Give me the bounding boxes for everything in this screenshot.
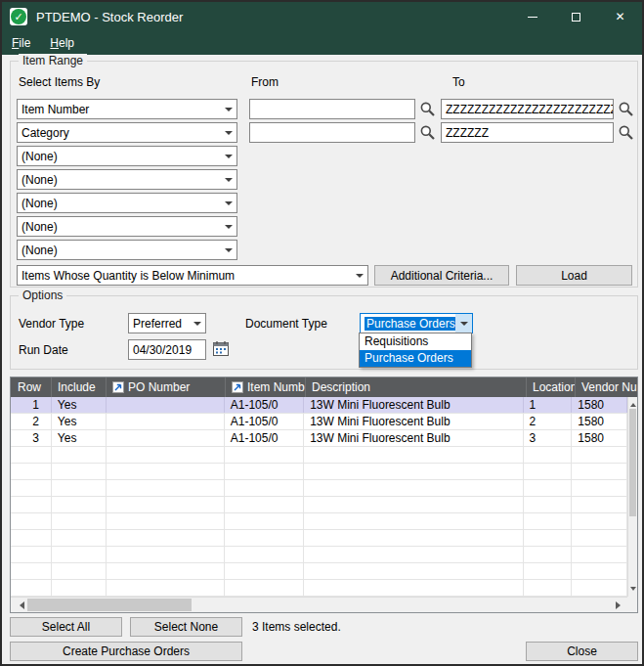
options-group: Options Vendor Type Preferred Document T… — [10, 295, 638, 370]
chevron-down-icon — [189, 314, 205, 333]
finder-icon-to-1[interactable] — [618, 101, 634, 117]
maximize-icon — [572, 13, 580, 22]
table-cell — [11, 530, 52, 546]
table-cell[interactable]: Yes — [52, 430, 107, 446]
col-header-row[interactable]: Row — [11, 377, 52, 397]
table-cell[interactable]: A1-105/0 — [225, 397, 304, 413]
scrollbar-corner — [627, 597, 637, 612]
additional-criteria-button[interactable]: Additional Criteria... — [374, 265, 509, 286]
table-cell[interactable]: A1-105/0 — [225, 414, 304, 429]
scroll-down-icon[interactable] — [630, 587, 636, 594]
table-cell — [52, 464, 107, 479]
table-cell — [11, 563, 52, 579]
col-header-include[interactable]: Include — [52, 377, 107, 397]
table-cell[interactable]: 1 — [11, 397, 52, 413]
table-cell — [572, 580, 627, 596]
select-by-combo-3[interactable]: (None) — [17, 146, 237, 166]
table-cell[interactable]: Yes — [52, 414, 107, 429]
menu-help[interactable]: Help — [40, 31, 84, 55]
table-cell[interactable]: 2 — [11, 414, 52, 429]
finder-icon-from-2[interactable] — [419, 124, 436, 141]
select-by-combo-6[interactable]: (None) — [17, 216, 237, 237]
dropdown-option-purchase-orders[interactable]: Purchase Orders — [360, 350, 471, 367]
table-row[interactable]: 2YesA1-105/013W Mini Fluorescent Bulb215… — [11, 414, 627, 430]
table-cell[interactable]: 2 — [524, 414, 573, 429]
table-cell[interactable] — [107, 430, 225, 446]
table-cell[interactable]: 1 — [524, 397, 573, 413]
table-cell — [52, 530, 107, 546]
table-cell — [304, 447, 523, 463]
finder-icon-to-2[interactable] — [618, 124, 634, 141]
table-cell[interactable]: 1580 — [572, 430, 627, 446]
calendar-icon[interactable] — [212, 340, 230, 358]
menu-file[interactable]: File — [2, 31, 40, 55]
scroll-left-icon[interactable] — [16, 601, 24, 609]
table-cell — [11, 447, 52, 463]
table-cell[interactable]: 1580 — [572, 397, 627, 413]
to-input-2[interactable]: ZZZZZZ — [441, 122, 614, 143]
to-input-1[interactable]: ZZZZZZZZZZZZZZZZZZZZZZZZ — [441, 99, 614, 119]
document-type-combo[interactable]: Purchase Orders — [360, 313, 473, 333]
titlebar: ✓ PTDEMO - Stock Reorder ✕ — [2, 2, 642, 31]
table-cell[interactable]: Yes — [52, 397, 107, 413]
table-cell — [52, 480, 107, 496]
from-input-1[interactable] — [249, 99, 415, 119]
finder-icon-from-1[interactable] — [419, 101, 436, 117]
close-window-button[interactable]: ✕ — [598, 2, 642, 31]
table-row — [11, 530, 627, 547]
drilldown-icon — [112, 381, 124, 393]
table-cell — [11, 580, 52, 596]
col-header-item-number[interactable]: Item Number — [226, 377, 306, 397]
select-all-button[interactable]: Select All — [10, 617, 122, 637]
table-row[interactable]: 3YesA1-105/013W Mini Fluorescent Bulb315… — [11, 430, 627, 447]
select-by-combo-7[interactable]: (None) — [17, 240, 237, 260]
select-by-combo-1[interactable]: Item Number — [17, 99, 237, 119]
grid-horizontal-scrollbar[interactable] — [11, 597, 629, 612]
load-button[interactable]: Load — [516, 265, 632, 286]
table-cell — [11, 497, 52, 512]
run-date-input[interactable]: 04/30/2019 — [128, 339, 206, 360]
vertical-scrollbar-thumb[interactable] — [629, 409, 636, 516]
table-row — [11, 563, 627, 580]
table-cell — [304, 580, 523, 596]
table-cell[interactable]: 13W Mini Fluorescent Bulb — [304, 397, 523, 413]
table-cell — [524, 530, 573, 546]
table-cell — [524, 563, 573, 579]
table-cell — [304, 547, 523, 562]
table-cell — [225, 547, 304, 562]
minimize-button[interactable] — [510, 2, 554, 31]
table-cell — [225, 563, 304, 579]
table-cell[interactable]: 13W Mini Fluorescent Bulb — [304, 430, 523, 446]
select-by-combo-2[interactable]: Category — [17, 122, 237, 143]
table-cell — [52, 547, 107, 562]
criteria-combo[interactable]: Items Whose Quantity is Below Minimum — [17, 265, 368, 286]
col-header-po-number[interactable]: PO Number — [107, 377, 226, 397]
horizontal-scrollbar-thumb[interactable] — [27, 599, 192, 611]
table-cell[interactable]: 13W Mini Fluorescent Bulb — [304, 414, 523, 429]
table-row — [11, 480, 627, 497]
table-cell — [524, 547, 573, 562]
table-cell[interactable]: 1580 — [572, 414, 627, 429]
table-cell[interactable] — [107, 414, 225, 429]
col-header-vendor-number[interactable]: Vendor Nu — [576, 377, 637, 397]
select-by-combo-5[interactable]: (None) — [17, 193, 237, 213]
col-header-description[interactable]: Description — [306, 377, 527, 397]
scroll-right-icon[interactable] — [616, 601, 624, 609]
create-purchase-orders-button[interactable]: Create Purchase Orders — [10, 642, 242, 661]
table-cell[interactable]: 3 — [524, 430, 573, 446]
select-by-combo-4[interactable]: (None) — [17, 169, 237, 190]
dropdown-option-requisitions[interactable]: Requisitions — [360, 333, 471, 350]
close-button[interactable]: Close — [526, 642, 638, 661]
table-row[interactable]: 1YesA1-105/013W Mini Fluorescent Bulb115… — [11, 397, 627, 414]
select-none-button[interactable]: Select None — [130, 617, 242, 637]
table-cell[interactable]: 3 — [11, 430, 52, 446]
minimize-icon — [528, 17, 537, 18]
maximize-button[interactable] — [554, 2, 598, 31]
table-cell[interactable] — [107, 397, 225, 413]
table-cell[interactable]: A1-105/0 — [225, 430, 304, 446]
vendor-type-combo[interactable]: Preferred — [128, 313, 206, 333]
col-header-location[interactable]: Location — [527, 377, 576, 397]
scroll-up-icon[interactable] — [630, 400, 636, 407]
from-input-2[interactable] — [249, 122, 415, 143]
grid-vertical-scrollbar[interactable] — [627, 397, 637, 597]
